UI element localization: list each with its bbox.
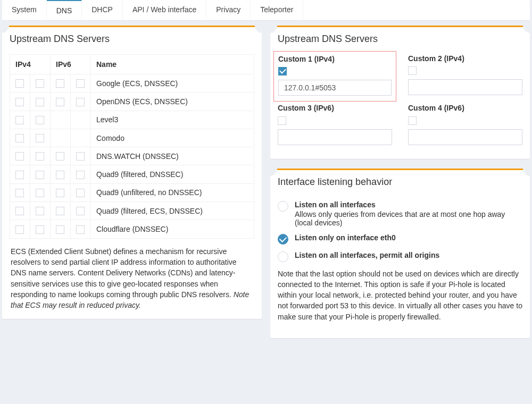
interface-listening-behavior-box: Interface listening behavior Listen on a…	[270, 169, 530, 338]
provider-ipv4-checkbox[interactable]	[36, 152, 44, 161]
provider-name: Quad9 (filtered, DNSSEC)	[91, 165, 254, 183]
interface-note: Note that the last option should not be …	[278, 268, 522, 322]
col-ipv6: IPv6	[51, 55, 91, 74]
table-row: Quad9 (unfiltered, no DNSSEC)	[10, 183, 254, 201]
upstream-dns-servers-custom-box: Upstream DNS Servers Custom 1 (IPv4)Cust…	[270, 26, 530, 159]
custom-dns-checkbox[interactable]	[278, 67, 287, 75]
tab-dns[interactable]: DNS	[47, 0, 82, 20]
radio-icon[interactable]	[278, 234, 288, 245]
custom-dns-input[interactable]	[278, 129, 392, 145]
provider-name: Quad9 (filtered, ECS, DNSSEC)	[91, 202, 254, 220]
tab-system[interactable]: System	[2, 0, 47, 20]
upstream-dns-servers-table-box: Upstream DNS Servers IPv4 IPv6 Name Goog…	[2, 26, 262, 319]
table-row: Cloudflare (DNSSEC)	[10, 220, 254, 238]
provider-ipv4-checkbox[interactable]	[15, 207, 24, 215]
provider-name: Quad9 (unfiltered, no DNSSEC)	[91, 183, 254, 201]
table-row: Quad9 (filtered, DNSSEC)	[10, 165, 254, 183]
custom-dns-input[interactable]	[408, 129, 522, 145]
provider-ipv6-checkbox[interactable]	[76, 189, 85, 197]
custom-dns-label: Custom 3 (IPv6)	[278, 104, 392, 112]
custom-dns-label: Custom 4 (IPv6)	[408, 104, 522, 112]
provider-ipv4-checkbox[interactable]	[15, 98, 24, 106]
ecs-note-text: ECS (Extended Client Subnet) defines a m…	[11, 247, 237, 299]
provider-name: Level3	[91, 111, 254, 129]
provider-ipv6-checkbox[interactable]	[76, 225, 85, 234]
radio-label: Listen only on interface eth0	[295, 233, 522, 242]
provider-ipv4-checkbox[interactable]	[36, 171, 44, 179]
provider-ipv6-checkbox[interactable]	[76, 207, 85, 215]
table-row: DNS.WATCH (DNSSEC)	[10, 147, 254, 165]
page-title: Upstream DNS Servers	[278, 33, 522, 45]
custom-dns-block-c4: Custom 4 (IPv6)	[408, 104, 522, 150]
radio-icon[interactable]	[278, 201, 288, 212]
provider-ipv4-checkbox[interactable]	[36, 116, 44, 124]
ecs-note: ECS (Extended Client Subnet) defines a m…	[11, 246, 253, 311]
provider-ipv6-checkbox[interactable]	[56, 171, 64, 179]
provider-ipv6-checkbox[interactable]	[76, 152, 85, 161]
provider-ipv6-checkbox[interactable]	[76, 79, 85, 88]
provider-name: OpenDNS (ECS, DNSSEC)	[91, 92, 254, 111]
col-name: Name	[91, 55, 254, 74]
provider-ipv4-checkbox[interactable]	[15, 79, 24, 88]
provider-ipv4-checkbox[interactable]	[36, 189, 44, 197]
page-title: Interface listening behavior	[278, 176, 522, 188]
provider-ipv4-checkbox[interactable]	[15, 225, 24, 234]
upstream-providers-table: IPv4 IPv6 Name Google (ECS, DNSSEC)OpenD…	[10, 54, 254, 239]
provider-ipv4-checkbox[interactable]	[15, 171, 24, 179]
provider-ipv4-checkbox[interactable]	[36, 225, 44, 234]
tab-api[interactable]: API / Web interface	[123, 0, 206, 20]
tab-teleporter[interactable]: Teleporter	[251, 0, 303, 20]
provider-ipv4-checkbox[interactable]	[15, 189, 24, 197]
table-row: Google (ECS, DNSSEC)	[10, 74, 254, 92]
provider-ipv6-checkbox[interactable]	[56, 98, 64, 106]
provider-ipv6-checkbox[interactable]	[76, 98, 85, 106]
provider-name: Cloudflare (DNSSEC)	[91, 220, 254, 238]
provider-ipv4-checkbox[interactable]	[36, 134, 44, 142]
table-row: Quad9 (filtered, ECS, DNSSEC)	[10, 202, 254, 220]
provider-ipv6-checkbox[interactable]	[56, 152, 64, 161]
table-row: Level3	[10, 111, 254, 129]
custom-dns-block-c3: Custom 3 (IPv6)	[278, 104, 392, 150]
provider-name: Google (ECS, DNSSEC)	[91, 74, 254, 92]
custom-dns-input[interactable]	[408, 79, 522, 95]
custom-dns-block-c2: Custom 2 (IPv4)	[408, 54, 522, 104]
custom-dns-checkbox[interactable]	[408, 116, 417, 125]
provider-name: Comodo	[91, 129, 254, 147]
provider-ipv4-checkbox[interactable]	[15, 152, 24, 161]
provider-ipv6-checkbox[interactable]	[56, 79, 64, 88]
provider-ipv4-checkbox[interactable]	[15, 116, 24, 124]
custom-dns-input[interactable]	[278, 80, 392, 96]
interface-option-all[interactable]: Listen on all interfacesAllows only quer…	[278, 200, 522, 227]
tab-dhcp[interactable]: DHCP	[82, 0, 123, 20]
provider-ipv4-checkbox[interactable]	[36, 207, 44, 215]
provider-ipv6-checkbox[interactable]	[56, 207, 64, 215]
custom-dns-block-c1: Custom 1 (IPv4)	[273, 51, 396, 102]
custom-dns-checkbox[interactable]	[408, 66, 417, 75]
col-ipv4: IPv4	[10, 55, 51, 74]
custom-dns-checkbox[interactable]	[278, 116, 286, 125]
provider-name: DNS.WATCH (DNSSEC)	[91, 147, 254, 165]
provider-ipv4-checkbox[interactable]	[15, 134, 24, 142]
provider-ipv6-checkbox[interactable]	[76, 171, 85, 179]
interface-option-eth0[interactable]: Listen only on interface eth0	[278, 233, 522, 245]
radio-label: Listen on all interfaces	[295, 200, 522, 209]
table-row: OpenDNS (ECS, DNSSEC)	[10, 92, 254, 111]
interface-option-permit[interactable]: Listen on all interfaces, permit all ori…	[278, 251, 522, 262]
provider-ipv4-checkbox[interactable]	[36, 79, 44, 88]
table-row: Comodo	[10, 129, 254, 147]
provider-ipv4-checkbox[interactable]	[36, 98, 44, 106]
tab-privacy[interactable]: Privacy	[206, 0, 251, 20]
radio-icon[interactable]	[278, 251, 288, 262]
radio-label: Listen on all interfaces, permit all ori…	[295, 251, 522, 259]
page-title: Upstream DNS Servers	[10, 33, 254, 45]
provider-ipv6-checkbox[interactable]	[56, 225, 64, 234]
provider-ipv6-checkbox[interactable]	[56, 189, 64, 197]
custom-dns-label: Custom 1 (IPv4)	[278, 55, 392, 63]
settings-tabs: SystemDNSDHCPAPI / Web interfacePrivacyT…	[2, 0, 530, 20]
custom-dns-label: Custom 2 (IPv4)	[408, 54, 522, 63]
radio-subtext: Allows only queries from devices that ar…	[295, 210, 522, 227]
